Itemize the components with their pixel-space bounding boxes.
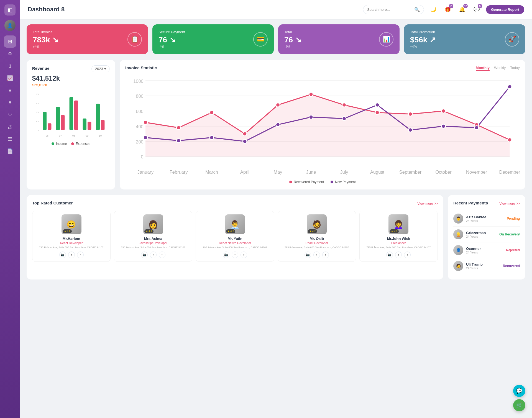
stat-card-value: 76 ↘	[284, 35, 301, 44]
facebook-icon[interactable]: f	[395, 252, 402, 258]
payment-item: 🧑 Uli Trumb 24 Years Recovered	[453, 258, 520, 274]
year-value: 2023	[95, 67, 103, 71]
sidebar-item-likes[interactable]: ♥	[4, 96, 16, 109]
sidebar-item-documents[interactable]: 📄	[4, 145, 16, 157]
payment-avatar: 🧑	[453, 261, 463, 271]
sidebar-item-dashboard[interactable]: ⊞	[4, 35, 16, 48]
sidebar-item-menu[interactable]: ☰	[4, 133, 16, 145]
search-bar[interactable]: 🔍	[363, 5, 424, 14]
tab-today[interactable]: Today	[510, 66, 520, 71]
svg-rect-19	[83, 119, 86, 130]
payment-age: 24 Years	[466, 235, 497, 238]
stat-card-delta: +4%	[33, 45, 58, 49]
stat-card-icon: 📋	[127, 32, 142, 47]
trend-icon: ↘	[52, 35, 58, 44]
svg-rect-13	[56, 107, 60, 130]
instagram-icon[interactable]: 📷	[305, 252, 311, 258]
svg-text:09: 09	[86, 134, 88, 137]
svg-rect-17	[74, 101, 78, 130]
payment-item: 👨 Aziz Bakree 24 Years Pending	[453, 211, 520, 227]
instagram-icon[interactable]: 📷	[141, 252, 148, 258]
instagram-icon[interactable]: 📷	[386, 252, 393, 258]
svg-text:750: 750	[36, 102, 40, 105]
svg-rect-10	[43, 112, 47, 130]
new-payment-label: New Payment	[335, 180, 356, 184]
svg-point-44	[375, 111, 379, 115]
facebook-icon[interactable]: f	[232, 252, 238, 258]
svg-point-46	[441, 109, 446, 113]
twitter-icon[interactable]: t	[322, 252, 329, 258]
generate-report-button[interactable]: Generate Report	[486, 5, 524, 14]
gift-btn[interactable]: 🎁 2	[443, 4, 453, 14]
invoice-line-chart: 02004006008001000JanuaryFebruaryMarchApr…	[125, 76, 520, 178]
svg-text:800: 800	[136, 94, 143, 99]
sidebar-item-settings[interactable]: ⚙	[4, 48, 16, 60]
payment-age: 24 Years	[466, 219, 504, 222]
svg-point-56	[375, 103, 379, 107]
instagram-icon[interactable]: 📷	[59, 252, 66, 258]
sidebar-item-analytics[interactable]: 📈	[4, 72, 16, 84]
sidebar-item-favorites[interactable]: ★	[4, 84, 16, 96]
year-select[interactable]: 2023 ▾	[91, 65, 110, 72]
svg-text:April: April	[240, 170, 249, 175]
recovered-legend: Recovered Payment	[289, 180, 324, 184]
twitter-icon[interactable]: t	[159, 252, 165, 258]
svg-text:June: June	[306, 170, 316, 175]
payment-name: Uli Trumb	[466, 262, 500, 266]
invoice-legend: Recovered Payment New Payment	[125, 180, 520, 184]
top-customers-card: Top Rated Customer View more >> 😄 ★ 4.2 …	[27, 195, 443, 279]
payment-status: Recovered	[503, 264, 520, 268]
gift-badge: 2	[449, 4, 453, 8]
svg-rect-20	[88, 122, 91, 130]
search-input[interactable]	[367, 7, 412, 12]
facebook-icon[interactable]: f	[313, 252, 320, 258]
svg-text:December: December	[499, 170, 520, 175]
twitter-icon[interactable]: t	[77, 252, 84, 258]
customer-address: 795 Folsom Ave, Suite 600 San Francisco,…	[362, 246, 435, 249]
customers-view-more[interactable]: View more >>	[417, 202, 438, 206]
svg-text:0: 0	[141, 154, 144, 159]
stat-card-info: Total Promotion $56k ↗ +4%	[410, 30, 436, 49]
svg-point-60	[508, 85, 512, 89]
invoice-header: Invoice Statistic Monthly Weekly Today	[125, 65, 520, 71]
customer-name: Mr.Hariom	[35, 237, 108, 241]
stat-card-value: $56k ↗	[410, 35, 436, 44]
sidebar-item-print[interactable]: 🖨	[4, 121, 16, 133]
twitter-icon[interactable]: t	[241, 252, 247, 258]
sidebar-item-info[interactable]: ℹ	[4, 60, 16, 72]
trend-icon: ↘	[295, 35, 301, 44]
payment-info: Aziz Bakree 24 Years	[466, 215, 504, 222]
sidebar-nav: ⊞⚙ℹ📈★♥♡🖨☰📄	[4, 35, 16, 157]
customer-address: 795 Folsom Ave, Suite 600 San Francisco,…	[280, 246, 354, 249]
svg-text:600: 600	[136, 109, 143, 114]
chevron-down-icon: ▾	[104, 67, 106, 71]
svg-text:November: November	[466, 170, 487, 175]
theme-toggle-btn[interactable]: 🌙	[428, 4, 438, 14]
instagram-icon[interactable]: 📷	[223, 252, 229, 258]
cart-fab[interactable]: 🛒	[513, 399, 525, 411]
facebook-icon[interactable]: f	[68, 252, 75, 258]
revenue-amount: $41,512k	[32, 75, 110, 82]
customer-address: 795 Folsom Ave, Suite 600 San Francisco,…	[198, 246, 272, 249]
notification-badge: 12	[463, 4, 468, 8]
sidebar-avatar[interactable]: 👤	[4, 20, 16, 31]
tab-weekly[interactable]: Weekly	[494, 66, 506, 71]
charts-row: Revenue 2023 ▾ $41,512k $25,612k 1000750…	[27, 60, 525, 189]
chat-fab[interactable]: 💬	[513, 385, 525, 397]
twitter-icon[interactable]: t	[404, 252, 411, 258]
chat-btn[interactable]: 💬 5	[472, 4, 482, 14]
customer-photo: 👩 ★ 4.2	[143, 214, 163, 234]
sidebar-logo[interactable]: ◧	[4, 4, 16, 16]
customer-name: Mr. Yatin	[198, 237, 272, 241]
notification-btn[interactable]: 🔔 12	[457, 4, 467, 14]
payments-view-more[interactable]: View more >>	[499, 202, 520, 206]
sidebar-item-wishlist[interactable]: ♡	[4, 109, 16, 121]
svg-text:September: September	[399, 170, 422, 175]
tab-monthly[interactable]: Monthly	[476, 66, 490, 71]
facebook-icon[interactable]: f	[150, 252, 157, 258]
customer-social: 📷 f t	[280, 252, 354, 258]
search-icon: 🔍	[414, 7, 420, 12]
svg-point-39	[210, 111, 214, 115]
stat-card-icon: 🚀	[505, 32, 519, 47]
payment-item: 👱 Griezerman 24 Years On Recovery	[453, 227, 520, 242]
